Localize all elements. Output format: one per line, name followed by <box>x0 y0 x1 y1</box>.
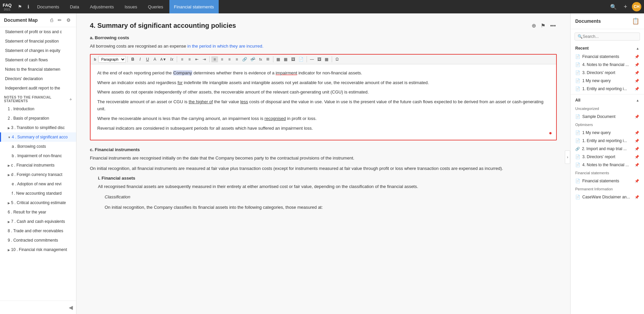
link-button[interactable]: 🔗 <box>241 56 249 62</box>
pin-perm-1[interactable]: 📌 <box>635 195 639 199</box>
table-props-button[interactable]: ▦ <box>282 56 289 62</box>
table2-button[interactable]: ▦ <box>323 56 330 62</box>
sidebar-item-audit[interactable]: Independent audit report to the <box>0 83 76 93</box>
optimisers-doc-3[interactable]: 🔗 2. Import and map trial ... 📌 <box>571 145 644 153</box>
sidebar-item-changes-equity[interactable]: Statement of changes in equity <box>0 46 76 55</box>
sidebar-item-transition[interactable]: ▶3 . Transition to simplified disc <box>0 123 76 132</box>
sidebar-item-financial-instruments[interactable]: ▶c . Financial instruments <box>0 161 76 170</box>
tab-documents[interactable]: Documents <box>33 0 64 13</box>
pin-icon-5[interactable]: 📌 <box>635 87 639 91</box>
notes-add-button[interactable]: + <box>69 97 72 102</box>
search-box[interactable]: 🔍 <box>575 33 640 41</box>
avatar[interactable]: CH <box>632 2 641 11</box>
flag-content-icon[interactable]: ⚑ <box>540 21 546 30</box>
sidebar-item-foreign-currency[interactable]: ▶d . Foreign currency transact <box>0 170 76 179</box>
optimisers-doc-5[interactable]: 📄 4. Notes to the financial ... 📌 <box>571 161 644 169</box>
pin-opt-5[interactable]: 📌 <box>635 163 639 167</box>
sidebar-item-introduction[interactable]: 1 . Introduction <box>0 104 76 114</box>
image2-button[interactable]: 🖼 <box>316 56 323 62</box>
pin-opt-1[interactable]: 📌 <box>635 131 639 135</box>
table-button[interactable]: ▦ <box>275 56 282 62</box>
more-options-icon[interactable]: ••• <box>549 22 557 30</box>
italic-button[interactable]: I <box>137 56 144 62</box>
sidebar-item-borrowing[interactable]: a . Borrowing costs <box>0 142 76 151</box>
pin-unc-1[interactable]: 📌 <box>635 115 639 119</box>
pin-opt-4[interactable]: 📌 <box>635 155 639 159</box>
all-chevron[interactable]: ▲ <box>636 99 639 102</box>
settings-icon[interactable]: ⚙ <box>65 17 72 23</box>
sidebar-item-financial-risk[interactable]: ▶10 . Financial risk management <box>0 245 76 254</box>
sidebar-item-adoption[interactable]: e . Adoption of new and revi <box>0 179 76 189</box>
special-char-button[interactable]: fx <box>257 57 264 62</box>
permanent-doc-1[interactable]: 📄 CaseWare Disclaimer an... 📌 <box>571 193 644 201</box>
sidebar-item-profit-loss[interactable]: Statement of profit or loss and c <box>0 27 76 37</box>
sidebar-item-trade[interactable]: 8 . Trade and other receivables <box>0 226 76 236</box>
recent-doc-4[interactable]: 📄 1 My new query 📌 <box>571 77 644 85</box>
sidebar-item-new-accounting[interactable]: f . New accounting standard <box>0 189 76 198</box>
sidebar-item-financial-position[interactable]: Statement of financial position <box>0 37 76 46</box>
flag-icon[interactable]: ⚑ <box>16 3 24 11</box>
image-button[interactable]: 🖼 <box>290 56 297 62</box>
recent-doc-1[interactable]: 📄 Financial statements 📌 <box>571 53 644 61</box>
pin-icon-4[interactable]: 📌 <box>635 79 639 83</box>
paragraph-select[interactable]: Paragraph Heading 1 Heading 2 <box>98 56 126 63</box>
print-icon[interactable]: ⎙ <box>49 17 54 23</box>
optimisers-doc-4[interactable]: 📄 3. Directors' report 📌 <box>571 153 644 161</box>
align-left-button[interactable]: ≡ <box>211 56 218 62</box>
align-justify-button[interactable]: ≡ <box>233 56 240 62</box>
search-icon[interactable]: 🔍 <box>608 2 619 11</box>
clear-format-button[interactable]: Ix <box>168 56 175 62</box>
recent-doc-3[interactable]: 📄 3. Directors' report 📌 <box>571 69 644 77</box>
pin-opt-3[interactable]: 📌 <box>635 147 639 151</box>
unlink-button[interactable]: 🔗 <box>249 56 257 62</box>
media-button[interactable]: 📄 <box>297 56 305 62</box>
recent-chevron[interactable]: ▲ <box>636 47 639 50</box>
uncategorized-doc-1[interactable]: 📄 Sample Document 📌 <box>571 113 644 121</box>
outdent-button[interactable]: ⇤ <box>194 56 200 62</box>
align-right-button[interactable]: ≡ <box>226 56 233 62</box>
sidebar-item-directors[interactable]: Directors' declaration <box>0 74 76 83</box>
sidebar-item-summary[interactable]: ▼4 . Summary of significant acco <box>0 132 76 142</box>
bold-button[interactable]: B <box>129 56 136 62</box>
info-icon[interactable]: ℹ <box>25 3 31 11</box>
right-panel-collapse-button[interactable]: › <box>565 150 570 164</box>
sidebar-item-notes[interactable]: Notes to the financial statemen <box>0 65 76 74</box>
tab-queries[interactable]: Queries <box>143 0 168 13</box>
optimisers-doc-2[interactable]: 📄 1. Entity and reporting i... 📌 <box>571 137 644 145</box>
tab-adjustments[interactable]: Adjustments <box>85 0 119 13</box>
sidebar-item-impairment[interactable]: b . Impairment of non-financ <box>0 151 76 161</box>
pin-fs-1[interactable]: 📌 <box>635 179 639 183</box>
bullet-list-button[interactable]: ≡ <box>179 56 185 62</box>
hr-button[interactable]: — <box>309 56 315 62</box>
sidebar-collapse-button[interactable]: ◀ <box>67 303 74 312</box>
omega-button[interactable]: Ω <box>334 56 340 62</box>
pin-icon-2[interactable]: 📌 <box>635 63 639 67</box>
sidebar-item-critical[interactable]: ▶5 . Critical accounting estimate <box>0 198 76 207</box>
sidebar-item-contracted[interactable]: 9 . Contracted commitments <box>0 236 76 245</box>
insert-button[interactable]: ⊞ <box>265 56 271 62</box>
tab-data[interactable]: Data <box>65 0 84 13</box>
pin-icon-3[interactable]: 📌 <box>635 71 639 75</box>
recent-doc-5[interactable]: 📄 1. Entity and reporting i... 📌 <box>571 85 644 93</box>
indent-button[interactable]: ⇥ <box>201 56 208 62</box>
edit-icon[interactable]: ✏ <box>56 17 63 23</box>
underline-button[interactable]: U <box>144 56 151 62</box>
add-icon[interactable]: + <box>622 2 629 12</box>
tab-issues[interactable]: Issues <box>120 0 142 13</box>
numbered-list-button[interactable]: ≡ <box>186 56 193 62</box>
highlight-button[interactable]: A▼ <box>159 57 168 62</box>
editor-content[interactable]: At the end of each reporting period the … <box>91 64 556 140</box>
pin-icon-1[interactable]: 📌 <box>635 55 639 59</box>
sidebar-item-basis[interactable]: 2 . Basis of preparation <box>0 114 76 123</box>
add-content-icon[interactable]: ⊕ <box>531 21 537 30</box>
sidebar-item-result[interactable]: 6 . Result for the year <box>0 207 76 217</box>
financial-statements-doc-1[interactable]: 📄 Financial statements 📌 <box>571 177 644 185</box>
sidebar-item-cash[interactable]: ▶7 . Cash and cash equivalents <box>0 217 76 226</box>
align-center-button[interactable]: ≡ <box>219 56 225 62</box>
optimisers-doc-1[interactable]: 📄 1 My new query 📌 <box>571 129 644 137</box>
tab-financial-statements[interactable]: Financial statements <box>169 0 219 13</box>
search-input[interactable] <box>583 34 637 39</box>
font-color-button[interactable]: A <box>152 56 158 62</box>
sidebar-item-cash-flows[interactable]: Statement of cash flows <box>0 55 76 65</box>
pin-opt-2[interactable]: 📌 <box>635 139 639 143</box>
